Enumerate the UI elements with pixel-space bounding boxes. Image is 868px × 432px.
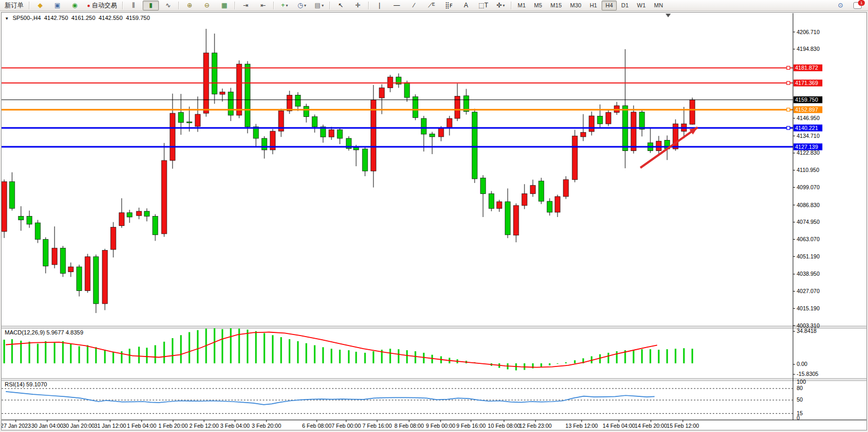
svg-text:13 Feb 12:00: 13 Feb 12:00 xyxy=(565,423,598,429)
toolbar-separator xyxy=(368,2,369,9)
toolbar-separator xyxy=(273,2,274,9)
timeframe-w1-button[interactable]: W1 xyxy=(634,1,650,10)
svg-text:4181.872: 4181.872 xyxy=(795,64,818,71)
chart-window: ▼ SP500-,H4 4142.750 4161.250 4142.550 4… xyxy=(1,12,867,430)
template-icon[interactable]: ▤▾ xyxy=(311,1,327,10)
notification-badge: 1 xyxy=(858,0,865,6)
toolbar-separator xyxy=(122,2,123,9)
ohlc-open: 4142.750 xyxy=(44,15,68,21)
add-indicator-icon[interactable]: +▾ xyxy=(276,1,293,10)
svg-text:12 Feb 23:00: 12 Feb 23:00 xyxy=(519,423,552,429)
svg-text:4146.950: 4146.950 xyxy=(797,115,820,121)
svg-text:4171.369: 4171.369 xyxy=(795,80,818,86)
data-window-icon[interactable]: ▣ xyxy=(49,1,66,10)
svg-text:9 Feb 16:00: 9 Feb 16:00 xyxy=(456,423,486,429)
cursor-icon[interactable]: ↖ xyxy=(333,1,349,10)
svg-text:30 Jan 04:00: 30 Jan 04:00 xyxy=(31,423,63,429)
svg-text:6 Feb 08:00: 6 Feb 08:00 xyxy=(302,423,331,429)
zoom-in-icon[interactable]: ⊕ xyxy=(181,1,198,10)
chart-canvas[interactable]: 4206.7104194.8304146.9504134.7104122.830… xyxy=(2,13,866,430)
svg-text:4027.070: 4027.070 xyxy=(797,288,820,294)
svg-text:1 Feb 04:00: 1 Feb 04:00 xyxy=(127,423,156,429)
svg-text:4206.710: 4206.710 xyxy=(797,29,820,35)
svg-text:3 Feb 20:00: 3 Feb 20:00 xyxy=(252,423,281,429)
auto-scroll-icon[interactable]: ⇥ xyxy=(238,1,254,10)
toolbar-separator xyxy=(29,2,30,9)
svg-text:50: 50 xyxy=(797,396,803,403)
market-watch-icon[interactable]: ◆ xyxy=(32,1,48,10)
toolbar-separator xyxy=(329,2,330,9)
svg-text:27 Jan 2023: 27 Jan 2023 xyxy=(2,423,31,429)
text-label-icon[interactable]: ⬚T xyxy=(475,1,491,10)
svg-text:7 Feb 00:00: 7 Feb 00:00 xyxy=(331,423,361,429)
svg-text:14 Feb 04:00: 14 Feb 04:00 xyxy=(603,423,635,429)
svg-text:34.8418: 34.8418 xyxy=(797,328,817,334)
timeframe-d1-button[interactable]: D1 xyxy=(618,1,633,10)
text-icon[interactable]: A xyxy=(458,1,474,10)
timeframe-h4-button[interactable]: H4 xyxy=(602,1,616,10)
svg-text:14 Feb 20:00: 14 Feb 20:00 xyxy=(635,423,667,429)
horizontal-line-icon[interactable]: — xyxy=(389,1,405,10)
new-order-button[interactable]: 新订单 xyxy=(2,1,27,10)
autotrading-button[interactable]: ●自动交易 xyxy=(84,1,120,10)
rsi-pane-label: RSI(14) 59.1070 xyxy=(5,381,47,387)
dropdown-caret-icon: ▾ xyxy=(286,3,288,8)
autotrading-status-icon: ● xyxy=(87,3,90,8)
svg-text:4086.830: 4086.830 xyxy=(797,202,820,208)
svg-text:0: 0 xyxy=(797,415,800,421)
arrows-icon[interactable]: ✣▾ xyxy=(492,1,509,10)
svg-text:4140.221: 4140.221 xyxy=(795,125,818,131)
timeframe-mn-button[interactable]: MN xyxy=(650,1,667,10)
dropdown-caret-icon: ▾ xyxy=(304,3,306,8)
crosshair-icon[interactable]: ✛ xyxy=(350,1,366,10)
svg-text:9 Feb 00:00: 9 Feb 00:00 xyxy=(426,423,455,429)
fibonacci-icon[interactable]: ⣿ꜰ xyxy=(441,1,457,10)
candlestick-chart-icon[interactable]: ▮ xyxy=(143,1,159,10)
svg-text:100: 100 xyxy=(797,379,806,385)
one-click-trading-toggle-icon[interactable]: ▼ xyxy=(5,16,9,21)
vertical-line-icon[interactable]: | xyxy=(371,1,388,10)
zoom-out-icon[interactable]: ⊖ xyxy=(199,1,215,10)
svg-text:4038.950: 4038.950 xyxy=(797,271,820,277)
dropdown-caret-icon: ▾ xyxy=(503,3,505,8)
toolbar-separator xyxy=(234,2,235,9)
timeframe-h1-button[interactable]: H1 xyxy=(586,1,601,10)
notifications-icon[interactable]: 1 xyxy=(853,2,862,9)
svg-text:4074.950: 4074.950 xyxy=(797,219,820,225)
search-icon[interactable]: ⊙ xyxy=(832,1,849,10)
toolbar-separator xyxy=(178,2,179,9)
svg-text:-15.8305: -15.8305 xyxy=(797,371,819,377)
chart-symbol-period: SP500-,H4 xyxy=(13,15,41,21)
chart-shift-icon[interactable]: ⇤ xyxy=(255,1,271,10)
chart-title: ▼ SP500-,H4 4142.750 4161.250 4142.550 4… xyxy=(5,15,150,21)
ohlc-low: 4142.550 xyxy=(99,15,123,21)
svg-text:2 Feb 12:00: 2 Feb 12:00 xyxy=(189,423,219,429)
period-icon[interactable]: ◷▾ xyxy=(294,1,310,10)
svg-text:4099.070: 4099.070 xyxy=(797,184,820,190)
svg-text:15 Feb 12:00: 15 Feb 12:00 xyxy=(667,423,699,429)
timeframe-m1-button[interactable]: M1 xyxy=(514,1,529,10)
svg-text:4063.070: 4063.070 xyxy=(797,236,820,242)
dropdown-caret-icon: ▾ xyxy=(322,3,324,8)
timeframe-m5-button[interactable]: M5 xyxy=(530,1,545,10)
equidistant-channel-icon[interactable]: ⟋ᴱ xyxy=(423,1,440,10)
svg-text:4110.950: 4110.950 xyxy=(797,167,819,173)
macd-pane-label: MACD(12,26,9) 5.9677 4.8359 xyxy=(5,329,83,336)
svg-text:4134.710: 4134.710 xyxy=(797,133,820,139)
tile-windows-icon[interactable]: ▦ xyxy=(216,1,232,10)
svg-text:3 Feb 04:00: 3 Feb 04:00 xyxy=(220,423,250,429)
line-chart-icon[interactable]: ∿ xyxy=(160,1,176,10)
svg-text:1 Feb 20:00: 1 Feb 20:00 xyxy=(158,423,188,429)
bar-chart-icon[interactable]: ⫼ xyxy=(125,1,142,10)
timeframe-m30-button[interactable]: M30 xyxy=(566,1,585,10)
svg-text:4051.190: 4051.190 xyxy=(797,253,820,260)
main-toolbar: 新订单◆▣◉●自动交易⫼▮∿⊕⊖▦⇥⇤+▾◷▾▤▾↖✛|—∕⟋ᴱ⣿ꜰA⬚T✣▾M… xyxy=(0,0,868,11)
svg-text:30 Jan 20:00: 30 Jan 20:00 xyxy=(63,423,95,429)
svg-text:0.00: 0.00 xyxy=(797,361,808,367)
navigator-icon[interactable]: ◉ xyxy=(67,1,83,10)
svg-text:7 Feb 16:00: 7 Feb 16:00 xyxy=(362,423,392,429)
toolbar-separator xyxy=(511,2,512,9)
svg-text:4194.830: 4194.830 xyxy=(797,46,820,52)
timeframe-m15-button[interactable]: M15 xyxy=(547,1,565,10)
trendline-icon[interactable]: ∕ xyxy=(406,1,422,10)
